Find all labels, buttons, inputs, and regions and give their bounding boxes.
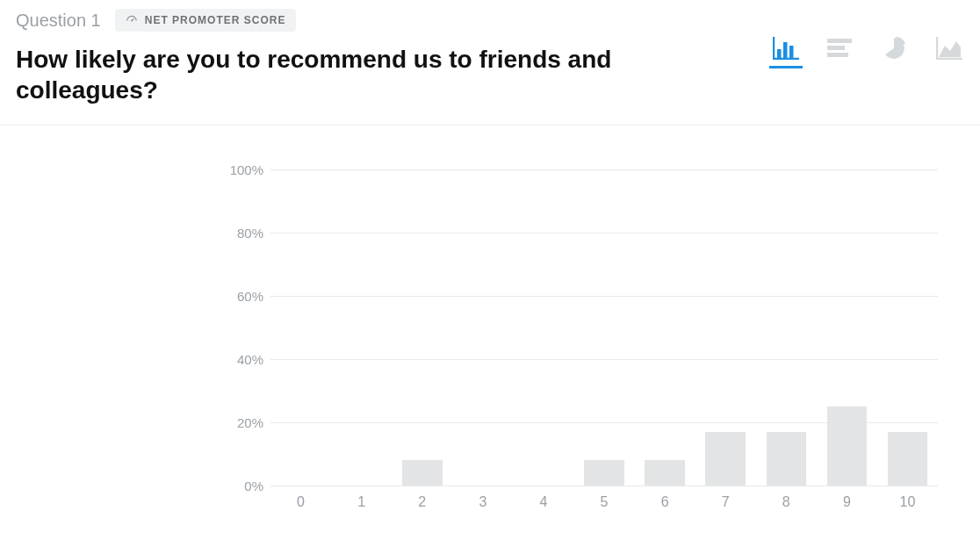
svg-rect-4	[777, 49, 782, 58]
x-tick-label: 10	[877, 494, 938, 510]
x-tick-label: 1	[331, 494, 392, 510]
nps-bar-chart: 0%20%40%60%80%100% 012345678910	[218, 169, 938, 510]
bar	[888, 432, 928, 486]
y-tick-label: 40%	[218, 352, 263, 367]
gauge-icon	[126, 14, 138, 26]
x-tick-label: 0	[270, 494, 331, 510]
area-chart-button[interactable]	[934, 30, 964, 60]
bars-container	[270, 169, 938, 486]
y-tick-label: 80%	[218, 226, 263, 241]
x-tick-label: 2	[392, 494, 452, 510]
bar	[402, 460, 443, 486]
y-tick-label: 100%	[218, 162, 263, 177]
bar-slot	[756, 169, 817, 486]
bar-chart-button[interactable]	[771, 30, 801, 60]
svg-rect-8	[827, 46, 845, 50]
y-tick-label: 0%	[218, 478, 263, 493]
pie-chart-button[interactable]	[880, 30, 910, 60]
hbar-chart-icon	[827, 37, 854, 60]
bar-slot	[513, 169, 573, 486]
bar	[584, 460, 624, 486]
bar-slot	[392, 169, 452, 486]
y-tick-label: 60%	[218, 289, 263, 304]
area-chart-icon	[936, 37, 962, 60]
question-type-label: NET PROMOTER SCORE	[145, 14, 286, 26]
svg-line-1	[132, 18, 133, 20]
header-divider	[0, 125, 980, 126]
bar-slot	[573, 169, 634, 486]
bar	[705, 432, 746, 486]
x-tick-label: 3	[452, 494, 513, 510]
pie-chart-icon	[882, 37, 908, 60]
bar-slot	[695, 169, 756, 486]
grid-line	[270, 486, 938, 486]
question-type-badge: NET PROMOTER SCORE	[115, 9, 297, 32]
y-tick-label: 20%	[218, 415, 263, 430]
svg-rect-7	[827, 39, 852, 43]
x-tick-label: 8	[756, 494, 817, 510]
x-tick-label: 9	[817, 494, 877, 510]
bar-slot	[635, 169, 695, 486]
bar	[645, 460, 685, 486]
bar-slot	[877, 169, 938, 486]
x-tick-label: 6	[635, 494, 695, 510]
bar	[767, 432, 807, 486]
x-tick-label: 4	[513, 494, 573, 510]
bar-slot	[452, 169, 513, 486]
chart-type-toolbar	[771, 9, 964, 60]
bar	[827, 407, 868, 486]
svg-rect-6	[789, 46, 794, 58]
bar-slot	[270, 169, 331, 486]
x-tick-label: 7	[695, 494, 756, 510]
bar-slot	[817, 169, 877, 486]
hbar-chart-button[interactable]	[825, 30, 855, 60]
bar-slot	[331, 169, 392, 486]
question-number: Question 1	[16, 11, 101, 31]
svg-rect-9	[827, 53, 848, 57]
bar-chart-icon	[773, 37, 799, 60]
svg-rect-5	[783, 42, 788, 58]
x-tick-label: 5	[573, 494, 634, 510]
question-title: How likely are you to recommend us to fr…	[16, 44, 683, 105]
